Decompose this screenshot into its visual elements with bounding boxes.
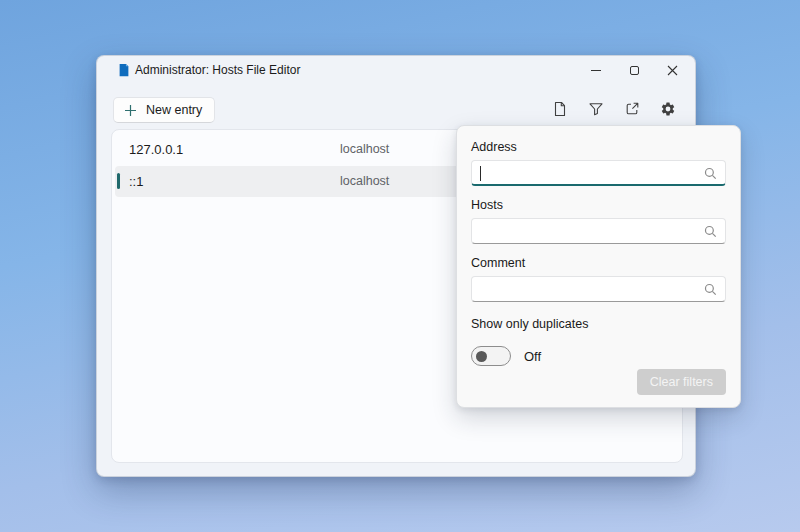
window-title: Administrator: Hosts File Editor bbox=[135, 63, 300, 77]
file-icon[interactable] bbox=[552, 101, 568, 117]
host-names: localhost bbox=[340, 142, 389, 156]
close-icon bbox=[667, 65, 678, 76]
host-address: ::1 bbox=[129, 174, 143, 189]
address-filter-input[interactable] bbox=[471, 160, 726, 186]
settings-icon[interactable] bbox=[660, 101, 676, 117]
app-icon bbox=[117, 63, 131, 77]
hosts-filter-input[interactable] bbox=[471, 218, 726, 244]
new-entry-label: New entry bbox=[146, 103, 202, 117]
host-address: 127.0.0.1 bbox=[129, 142, 183, 157]
title-bar[interactable]: Administrator: Hosts File Editor bbox=[97, 56, 695, 84]
filter-icon[interactable] bbox=[588, 101, 604, 117]
clear-filters-button[interactable]: Clear filters bbox=[637, 369, 726, 395]
duplicates-toggle[interactable] bbox=[471, 346, 511, 366]
toggle-state-label: Off bbox=[524, 349, 541, 364]
search-icon bbox=[704, 167, 717, 180]
maximize-button[interactable] bbox=[615, 56, 653, 84]
selection-accent-bar bbox=[117, 173, 120, 189]
filter-flyout: Address Hosts Comment Show only duplicat… bbox=[456, 125, 741, 408]
address-filter-label: Address bbox=[471, 140, 726, 156]
minimize-icon bbox=[591, 70, 601, 71]
minimize-button[interactable] bbox=[577, 56, 615, 84]
host-names: localhost bbox=[340, 174, 389, 188]
search-icon bbox=[704, 225, 717, 238]
hosts-filter-label: Hosts bbox=[471, 198, 726, 214]
new-entry-button[interactable]: New entry bbox=[113, 97, 215, 123]
close-button[interactable] bbox=[653, 56, 691, 84]
comment-filter-input[interactable] bbox=[471, 276, 726, 302]
search-icon bbox=[704, 283, 717, 296]
maximize-icon bbox=[630, 66, 639, 75]
text-caret bbox=[480, 166, 481, 181]
duplicates-label: Show only duplicates bbox=[471, 317, 726, 333]
plus-icon bbox=[124, 104, 137, 117]
open-external-icon[interactable] bbox=[624, 101, 640, 117]
toggle-knob bbox=[476, 351, 487, 362]
comment-filter-label: Comment bbox=[471, 256, 726, 272]
